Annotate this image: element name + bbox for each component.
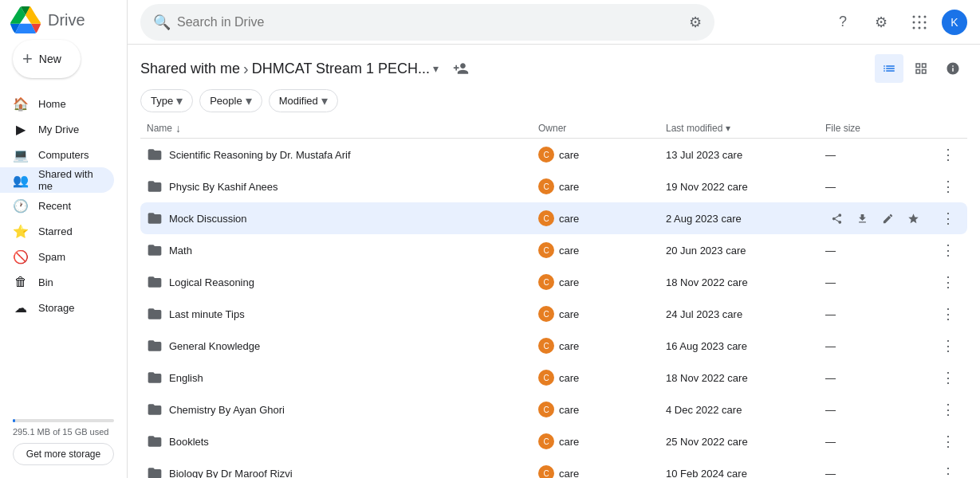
- recent-icon: 🕐: [13, 198, 29, 214]
- sidebar-item-home[interactable]: 🏠Home: [0, 91, 114, 116]
- file-name: Last minute Tips: [169, 308, 245, 320]
- search-icon: 🔍: [153, 14, 171, 31]
- search-input[interactable]: [177, 15, 683, 29]
- size-cell: —: [825, 468, 937, 479]
- storage-text: 295.1 MB of 15 GB used: [13, 427, 114, 437]
- filter-modified[interactable]: Modified▾: [269, 89, 338, 112]
- breadcrumb-shared[interactable]: Shared with me: [140, 61, 240, 77]
- owner-name: care: [559, 308, 579, 320]
- table-row[interactable]: Last minute Tips C care 24 Jul 2023 care…: [140, 298, 967, 330]
- more-options-button[interactable]: ⋮: [937, 175, 959, 198]
- sort-icon: ↓: [175, 122, 181, 135]
- row-more-actions: ⋮: [937, 143, 961, 166]
- table-row[interactable]: Biology By Dr Maroof Rizvi C care 10 Feb…: [140, 457, 967, 478]
- owner-avatar: C: [538, 402, 554, 417]
- more-options-button[interactable]: ⋮: [937, 303, 959, 325]
- filter-chevron-modified: ▾: [321, 93, 328, 108]
- table-row[interactable]: Math C care 20 Jun 2023 care — ⋮: [140, 234, 967, 266]
- filter-type[interactable]: Type▾: [140, 89, 193, 112]
- folder-dark-icon: [147, 465, 163, 478]
- file-name-cell: Physic By Kashif Anees: [147, 178, 538, 194]
- sidebar-label-home: Home: [38, 98, 66, 110]
- more-options-button[interactable]: ⋮: [937, 366, 959, 389]
- sidebar-item-storage[interactable]: ☁Storage: [0, 295, 114, 320]
- column-header-owner[interactable]: Owner: [538, 123, 666, 134]
- more-options-button[interactable]: ⋮: [937, 430, 959, 453]
- more-options-button[interactable]: ⋮: [937, 239, 959, 261]
- sidebar-item-computers[interactable]: 💻Computers: [0, 142, 114, 167]
- main-content: 🔍 ⚙ ? ⚙ K Shared with me › DHMCAT Stream…: [128, 0, 980, 478]
- get-more-storage-button[interactable]: Get more storage: [13, 443, 114, 465]
- sidebar-item-shared[interactable]: 👥Shared with me: [0, 167, 114, 193]
- owner-avatar: C: [538, 338, 554, 354]
- more-options-button[interactable]: ⋮: [937, 143, 959, 166]
- column-header-modified[interactable]: Last modified ▾: [666, 123, 825, 134]
- sidebar-item-recent[interactable]: 🕐Recent: [0, 193, 114, 218]
- table-row[interactable]: Mock Discussion C care 2 Aug 2023 care: [140, 202, 967, 234]
- owner-cell: C care: [538, 178, 666, 194]
- owner-name: care: [559, 468, 579, 479]
- table-row[interactable]: English C care 18 Nov 2022 care — ⋮: [140, 362, 967, 394]
- list-view-button[interactable]: [875, 54, 903, 83]
- sidebar-item-bin[interactable]: 🗑Bin: [0, 269, 114, 295]
- owner-name: care: [559, 436, 579, 448]
- apps-button[interactable]: [903, 6, 935, 38]
- file-name-cell: Booklets: [147, 433, 538, 449]
- owner-name: care: [559, 245, 579, 257]
- file-name-cell: Logical Reasoning: [147, 274, 538, 290]
- owner-avatar: C: [538, 147, 554, 163]
- row-more-actions: ⋮: [937, 398, 961, 421]
- owner-avatar: C: [538, 465, 554, 478]
- svg-point-6: [913, 26, 915, 29]
- more-options-button[interactable]: ⋮: [937, 462, 959, 478]
- folder-name-text[interactable]: DHMCAT Stream 1 PECH...: [252, 61, 430, 77]
- user-avatar[interactable]: K: [942, 10, 967, 35]
- app-logo: Drive: [0, 6, 127, 33]
- table-row[interactable]: Chemistry By Ayan Ghori C care 4 Dec 202…: [140, 394, 967, 425]
- table-row[interactable]: Booklets C care 25 Nov 2022 care — ⋮: [140, 425, 967, 457]
- owner-cell: C care: [538, 433, 666, 449]
- table-row[interactable]: Scientific Reasoning by Dr. Mustafa Arif…: [140, 139, 967, 170]
- plus-icon: +: [22, 49, 33, 69]
- more-options-button[interactable]: ⋮: [937, 398, 959, 421]
- starred-icon: ⭐: [13, 223, 29, 239]
- table-row[interactable]: General Knowledge C care 16 Aug 2023 car…: [140, 330, 967, 362]
- app-name: Drive: [48, 11, 85, 29]
- bin-icon: 🗑: [13, 274, 29, 290]
- filter-people[interactable]: People▾: [199, 89, 262, 112]
- filter-label-people: People: [210, 95, 242, 107]
- storage-section: 295.1 MB of 15 GB used Get more storage: [0, 413, 127, 472]
- table-row[interactable]: Physic By Kashif Anees C care 19 Nov 202…: [140, 170, 967, 202]
- size-cell: —: [825, 245, 937, 257]
- modified-cell: 25 Nov 2022 care: [666, 436, 825, 448]
- table-row[interactable]: Logical Reasoning C care 18 Nov 2022 car…: [140, 266, 967, 298]
- sidebar-item-starred[interactable]: ⭐Starred: [0, 218, 114, 244]
- edit-action-button[interactable]: [876, 207, 899, 229]
- sidebar-item-spam[interactable]: 🚫Spam: [0, 244, 114, 269]
- star-action-button[interactable]: [902, 207, 924, 229]
- file-name-cell: English: [147, 370, 538, 386]
- help-button[interactable]: ?: [827, 6, 859, 38]
- info-button[interactable]: [939, 54, 967, 83]
- svg-point-3: [913, 21, 915, 23]
- file-name-cell: Math: [147, 242, 538, 258]
- add-person-button[interactable]: [448, 56, 474, 81]
- svg-point-2: [924, 15, 927, 18]
- new-button[interactable]: + New: [13, 40, 81, 78]
- sidebar-item-mydrive[interactable]: ▶My Drive: [0, 116, 114, 142]
- share-action-button[interactable]: [825, 207, 848, 229]
- search-filter-icon[interactable]: ⚙: [689, 14, 702, 31]
- breadcrumb-folder: DHMCAT Stream 1 PECH... ▾: [252, 61, 439, 77]
- grid-view-button[interactable]: [907, 54, 935, 83]
- content-header: Shared with me › DHMCAT Stream 1 PECH...…: [128, 45, 980, 89]
- modified-sort-icon: ▾: [726, 123, 730, 134]
- filter-label-modified: Modified: [279, 95, 318, 107]
- more-options-button[interactable]: ⋮: [937, 207, 959, 229]
- folder-chevron-icon[interactable]: ▾: [433, 62, 439, 75]
- more-options-button[interactable]: ⋮: [937, 335, 959, 357]
- settings-button[interactable]: ⚙: [865, 6, 897, 38]
- column-header-name[interactable]: Name ↓: [147, 122, 538, 135]
- download-action-button[interactable]: [851, 207, 873, 229]
- new-button-label: New: [39, 53, 61, 65]
- more-options-button[interactable]: ⋮: [937, 271, 959, 293]
